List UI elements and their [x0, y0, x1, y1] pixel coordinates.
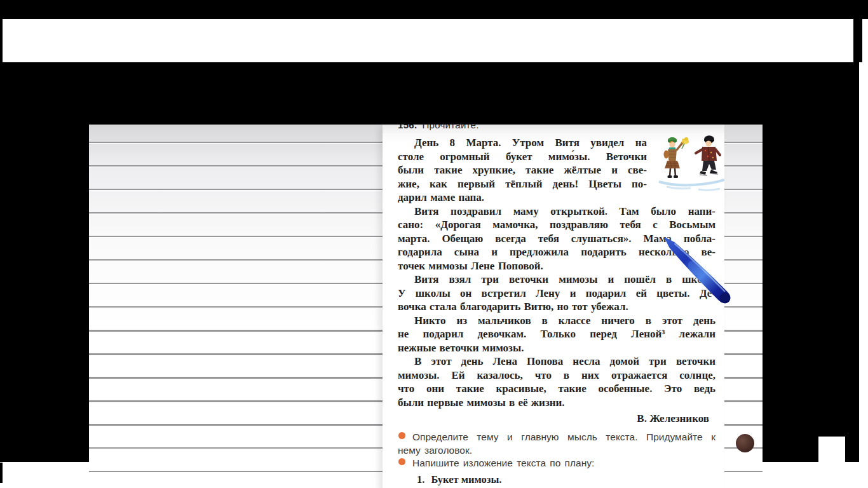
letterbox-top [0, 0, 868, 19]
paragraph-3: Витя взял три веточки мимозы и пошёл в ш… [398, 273, 715, 314]
task-item-2: Напишите изложение текста по плану: [398, 457, 715, 470]
author-byline: В. Железников [398, 410, 715, 427]
header-strip [0, 19, 868, 62]
children-with-mimosa-illustration [653, 132, 724, 198]
text-line: В этот день Лена Попова несла домой три … [398, 355, 715, 369]
bullet-icon [398, 432, 405, 439]
task-item-1: Определите тему и главную мысль текста. … [398, 431, 715, 457]
textbook-page: 156.Прочитайте. День 8 Марта. Утром Витя… [383, 125, 724, 488]
text-line: нему заголовок. [398, 444, 715, 458]
task-1-text: Определите тему и главную мысль текста. … [398, 431, 715, 457]
text-line: сано: «Дорогая мамочка, поздравляю тебя … [398, 218, 715, 232]
text-line: столе огромный букет мимо́зы. Веточки [398, 150, 647, 164]
text-line: Витя взял три веточки мимозы и пошёл в ш… [398, 273, 715, 287]
exercise-number: 156. [398, 125, 417, 130]
text-line: дарил маме папа. [398, 191, 647, 205]
frame-edge-right [853, 19, 862, 62]
text-line: вочка стала благодарить Витю, но тот убе… [398, 300, 715, 314]
text-line: марта. Обещаю всегда тебя слушаться». Ма… [398, 232, 715, 246]
exercise-instruction: Прочитайте. [422, 125, 478, 130]
paragraph-4: Никто из мальчиков в классе ничего в это… [398, 314, 715, 355]
text-line: нежные веточки мимозы. [398, 341, 715, 355]
text-line: мимозы. Ей казалось, что в них отражаетс… [398, 369, 715, 383]
text-line: не подарил девочкам. Только перед Леной³… [398, 327, 715, 341]
task-2-text: Напишите изложение текста по плану: [398, 457, 715, 470]
text-line: годарила сына и предложила подарить неск… [398, 245, 715, 259]
text-line: День 8 Марта. Утром Витя увидел на [398, 136, 647, 150]
text-line: были первые мимозы в её жизни. [398, 396, 715, 410]
text-line: жие, как первый тёплый день! Цветы по- [398, 177, 647, 191]
frame-edge-bottom-left [0, 463, 3, 483]
boy-figure [696, 135, 720, 175]
paragraph-1-row: День 8 Марта. Утром Витя увидел настоле … [398, 136, 715, 205]
video-area[interactable]: 156.Прочитайте. День 8 Марта. Утром Витя… [0, 62, 859, 462]
text-line: У школы он встретил Лену и подарил ей цв… [398, 287, 715, 301]
text-line: Определите тему и главную мысль текста. … [398, 431, 715, 444]
video-frame: 156.Прочитайте. День 8 Марта. Утром Витя… [0, 0, 868, 488]
text-line: Напишите изложение текста по плану: [398, 457, 715, 470]
paragraph-2: Витя поздравил маму открыткой. Там было … [398, 205, 715, 273]
frame-edge-left [0, 19, 3, 62]
player-corner-tile [818, 437, 845, 462]
text-line: точек мимозы Лене Поповой. [398, 259, 715, 273]
bullet-icon [398, 458, 405, 465]
girl-figure [664, 137, 689, 178]
text-line: Витя поздравил маму открыткой. Там было … [398, 205, 715, 219]
text-line: Никто из мальчиков в классе ничего в это… [398, 314, 715, 328]
text-line: были такие хрупкие, такие жёлтые и све- [398, 163, 647, 177]
text-line: что они такие красивые, такие особенные.… [398, 382, 715, 396]
tasks-block: Определите тему и главную мысль текста. … [398, 431, 715, 470]
plan-item-1: 1.Букет мимозы. [398, 473, 715, 487]
paragraph-5: В этот день Лена Попова несла домой три … [398, 355, 715, 409]
exercise-header: 156.Прочитайте. [398, 125, 715, 130]
page-dot [736, 434, 754, 452]
paragraph-1: День 8 Марта. Утром Витя увидел настоле … [398, 136, 647, 205]
plan-list: 1.Букет мимозы. 2.Поздравление сына. 3.П… [398, 473, 715, 488]
